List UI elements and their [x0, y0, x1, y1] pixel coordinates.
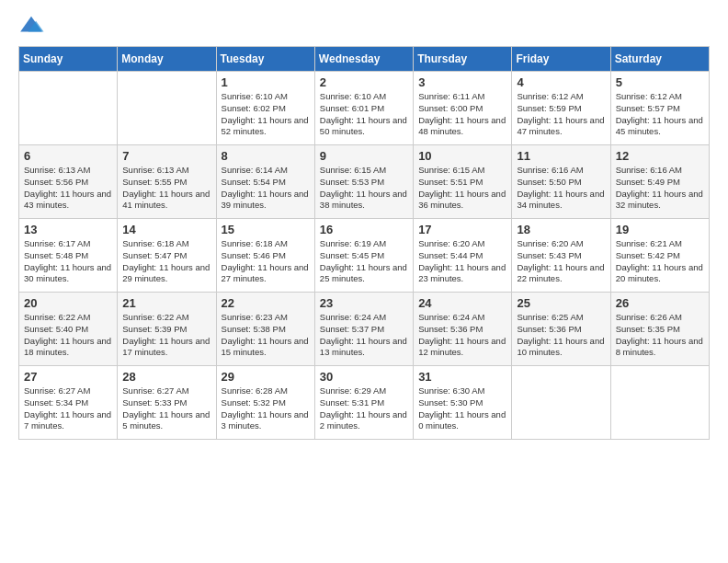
cell-content: Sunrise: 6:13 AM Sunset: 5:56 PM Dayligh…	[24, 165, 112, 212]
day-number: 27	[24, 370, 112, 384]
cell-content: Sunrise: 6:29 AM Sunset: 5:31 PM Dayligh…	[320, 385, 408, 432]
week-row-2: 13Sunrise: 6:17 AM Sunset: 5:48 PM Dayli…	[19, 219, 710, 293]
calendar-cell: 17Sunrise: 6:20 AM Sunset: 5:44 PM Dayli…	[414, 219, 512, 293]
cell-content: Sunrise: 6:18 AM Sunset: 5:46 PM Dayligh…	[222, 238, 310, 285]
calendar-cell: 24Sunrise: 6:24 AM Sunset: 5:36 PM Dayli…	[414, 293, 512, 366]
day-number: 21	[122, 296, 210, 310]
day-number: 25	[517, 296, 605, 310]
day-number: 2	[320, 75, 408, 89]
cell-content: Sunrise: 6:15 AM Sunset: 5:53 PM Dayligh…	[320, 165, 408, 212]
cell-content: Sunrise: 6:22 AM Sunset: 5:40 PM Dayligh…	[24, 312, 112, 359]
calendar-cell: 1Sunrise: 6:10 AM Sunset: 6:02 PM Daylig…	[216, 72, 314, 145]
header-saturday: Saturday	[610, 47, 709, 72]
header-wednesday: Wednesday	[314, 47, 413, 72]
day-number: 14	[122, 223, 210, 236]
cell-content: Sunrise: 6:24 AM Sunset: 5:36 PM Dayligh…	[418, 312, 506, 359]
cell-content: Sunrise: 6:21 AM Sunset: 5:42 PM Dayligh…	[616, 238, 704, 285]
day-number: 10	[418, 149, 506, 163]
week-row-0: 1Sunrise: 6:10 AM Sunset: 6:02 PM Daylig…	[19, 72, 710, 145]
calendar-cell: 18Sunrise: 6:20 AM Sunset: 5:43 PM Dayli…	[512, 219, 610, 293]
calendar-cell: 25Sunrise: 6:25 AM Sunset: 5:36 PM Dayli…	[512, 293, 610, 366]
calendar-cell: 11Sunrise: 6:16 AM Sunset: 5:50 PM Dayli…	[512, 145, 610, 219]
day-number: 22	[222, 296, 310, 310]
calendar-cell: 16Sunrise: 6:19 AM Sunset: 5:45 PM Dayli…	[314, 219, 413, 293]
day-number: 19	[616, 223, 704, 236]
cell-content: Sunrise: 6:12 AM Sunset: 5:59 PM Dayligh…	[517, 91, 605, 138]
day-number: 26	[616, 296, 704, 310]
cell-content: Sunrise: 6:10 AM Sunset: 6:01 PM Dayligh…	[320, 91, 408, 138]
header	[18, 15, 710, 35]
cell-content: Sunrise: 6:20 AM Sunset: 5:43 PM Dayligh…	[517, 238, 605, 285]
calendar-cell: 22Sunrise: 6:23 AM Sunset: 5:38 PM Dayli…	[216, 293, 314, 366]
cell-content: Sunrise: 6:23 AM Sunset: 5:38 PM Dayligh…	[222, 312, 310, 359]
day-number: 31	[418, 370, 506, 384]
cell-content: Sunrise: 6:26 AM Sunset: 5:35 PM Dayligh…	[616, 312, 704, 359]
day-number: 29	[222, 370, 310, 384]
week-row-1: 6Sunrise: 6:13 AM Sunset: 5:56 PM Daylig…	[19, 145, 710, 219]
cell-content: Sunrise: 6:14 AM Sunset: 5:54 PM Dayligh…	[222, 165, 310, 212]
cell-content: Sunrise: 6:15 AM Sunset: 5:51 PM Dayligh…	[418, 165, 506, 212]
day-number: 30	[320, 370, 408, 384]
cell-content: Sunrise: 6:16 AM Sunset: 5:50 PM Dayligh…	[517, 165, 605, 212]
calendar-cell: 15Sunrise: 6:18 AM Sunset: 5:46 PM Dayli…	[216, 219, 314, 293]
day-number: 17	[418, 223, 506, 236]
header-friday: Friday	[512, 47, 610, 72]
week-row-4: 27Sunrise: 6:27 AM Sunset: 5:34 PM Dayli…	[19, 366, 710, 440]
week-row-3: 20Sunrise: 6:22 AM Sunset: 5:40 PM Dayli…	[19, 293, 710, 366]
calendar-cell: 12Sunrise: 6:16 AM Sunset: 5:49 PM Dayli…	[610, 145, 709, 219]
calendar-cell: 26Sunrise: 6:26 AM Sunset: 5:35 PM Dayli…	[610, 293, 709, 366]
cell-content: Sunrise: 6:27 AM Sunset: 5:33 PM Dayligh…	[122, 385, 210, 432]
header-sunday: Sunday	[19, 47, 118, 72]
logo-icon	[18, 15, 44, 35]
calendar-cell: 8Sunrise: 6:14 AM Sunset: 5:54 PM Daylig…	[216, 145, 314, 219]
day-number: 23	[320, 296, 408, 310]
calendar-cell: 20Sunrise: 6:22 AM Sunset: 5:40 PM Dayli…	[19, 293, 118, 366]
calendar-cell: 21Sunrise: 6:22 AM Sunset: 5:39 PM Dayli…	[118, 293, 216, 366]
calendar-cell: 3Sunrise: 6:11 AM Sunset: 6:00 PM Daylig…	[414, 72, 512, 145]
day-number: 13	[24, 223, 112, 236]
day-number: 12	[616, 149, 704, 163]
day-number: 24	[418, 296, 506, 310]
cell-content: Sunrise: 6:10 AM Sunset: 6:02 PM Dayligh…	[222, 91, 310, 138]
day-number: 1	[222, 75, 310, 89]
calendar-cell: 27Sunrise: 6:27 AM Sunset: 5:34 PM Dayli…	[19, 366, 118, 440]
cell-content: Sunrise: 6:28 AM Sunset: 5:32 PM Dayligh…	[222, 385, 310, 432]
calendar-cell: 14Sunrise: 6:18 AM Sunset: 5:47 PM Dayli…	[118, 219, 216, 293]
cell-content: Sunrise: 6:25 AM Sunset: 5:36 PM Dayligh…	[517, 312, 605, 359]
header-thursday: Thursday	[414, 47, 512, 72]
calendar-cell: 6Sunrise: 6:13 AM Sunset: 5:56 PM Daylig…	[19, 145, 118, 219]
cell-content: Sunrise: 6:22 AM Sunset: 5:39 PM Dayligh…	[122, 312, 210, 359]
calendar-cell	[512, 366, 610, 440]
cell-content: Sunrise: 6:24 AM Sunset: 5:37 PM Dayligh…	[320, 312, 408, 359]
calendar-cell: 30Sunrise: 6:29 AM Sunset: 5:31 PM Dayli…	[314, 366, 413, 440]
day-number: 6	[24, 149, 112, 163]
day-number: 8	[222, 149, 310, 163]
cell-content: Sunrise: 6:12 AM Sunset: 5:57 PM Dayligh…	[616, 91, 704, 138]
cell-content: Sunrise: 6:20 AM Sunset: 5:44 PM Dayligh…	[418, 238, 506, 285]
calendar-cell: 9Sunrise: 6:15 AM Sunset: 5:53 PM Daylig…	[314, 145, 413, 219]
calendar-cell	[19, 72, 118, 145]
calendar-header-row: SundayMondayTuesdayWednesdayThursdayFrid…	[19, 47, 710, 72]
cell-content: Sunrise: 6:30 AM Sunset: 5:30 PM Dayligh…	[418, 385, 506, 432]
cell-content: Sunrise: 6:13 AM Sunset: 5:55 PM Dayligh…	[122, 165, 210, 212]
calendar-cell: 23Sunrise: 6:24 AM Sunset: 5:37 PM Dayli…	[314, 293, 413, 366]
day-number: 4	[517, 75, 605, 89]
calendar-cell: 13Sunrise: 6:17 AM Sunset: 5:48 PM Dayli…	[19, 219, 118, 293]
day-number: 9	[320, 149, 408, 163]
cell-content: Sunrise: 6:18 AM Sunset: 5:47 PM Dayligh…	[122, 238, 210, 285]
day-number: 18	[517, 223, 605, 236]
calendar-cell: 19Sunrise: 6:21 AM Sunset: 5:42 PM Dayli…	[610, 219, 709, 293]
calendar-cell: 5Sunrise: 6:12 AM Sunset: 5:57 PM Daylig…	[610, 72, 709, 145]
day-number: 20	[24, 296, 112, 310]
calendar-cell: 2Sunrise: 6:10 AM Sunset: 6:01 PM Daylig…	[314, 72, 413, 145]
day-number: 28	[122, 370, 210, 384]
day-number: 16	[320, 223, 408, 236]
calendar-table: SundayMondayTuesdayWednesdayThursdayFrid…	[18, 46, 710, 440]
cell-content: Sunrise: 6:17 AM Sunset: 5:48 PM Dayligh…	[24, 238, 112, 285]
calendar-cell: 4Sunrise: 6:12 AM Sunset: 5:59 PM Daylig…	[512, 72, 610, 145]
day-number: 15	[222, 223, 310, 236]
header-tuesday: Tuesday	[216, 47, 314, 72]
calendar-cell	[610, 366, 709, 440]
calendar-cell: 10Sunrise: 6:15 AM Sunset: 5:51 PM Dayli…	[414, 145, 512, 219]
day-number: 11	[517, 149, 605, 163]
